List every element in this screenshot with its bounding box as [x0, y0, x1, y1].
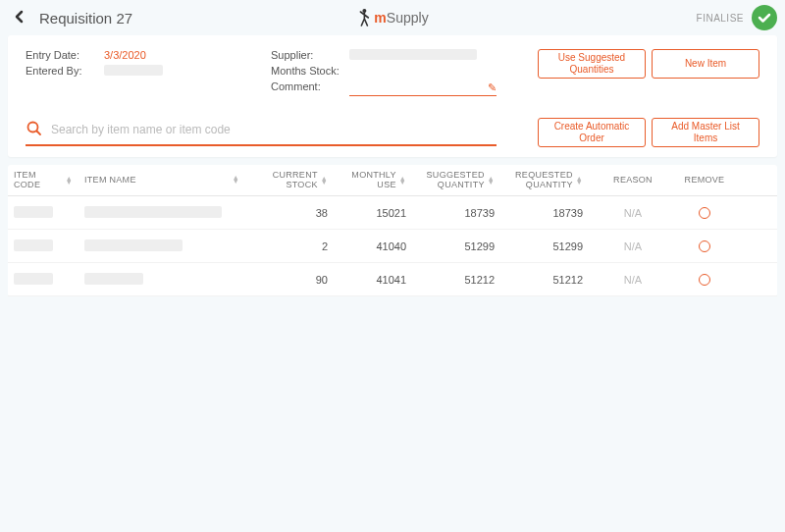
- remove-icon: [699, 240, 710, 252]
- pencil-icon: ✎: [488, 81, 497, 94]
- col-current-stock[interactable]: CURRENT STOCK▲▼: [245, 171, 334, 190]
- col-monthly-use[interactable]: MONTHLY USE▲▼: [334, 171, 412, 190]
- msupply-icon: [356, 8, 372, 27]
- cell-reason: N/A: [589, 207, 677, 219]
- finalise-button[interactable]: [752, 5, 777, 30]
- supplier-label: Supplier:: [271, 49, 349, 61]
- search-icon: [26, 120, 43, 140]
- cell-suggested: 51299: [412, 240, 500, 252]
- col-reason: REASON: [589, 176, 677, 186]
- col-item-name[interactable]: ITEM NAME▲▼: [78, 176, 245, 186]
- cell-requested[interactable]: 18739: [500, 207, 589, 219]
- sort-icon: ▲▼: [399, 177, 406, 185]
- remove-row-button[interactable]: [677, 240, 732, 252]
- add-master-list-button[interactable]: Add Master List Items: [652, 118, 759, 147]
- cell-current-stock: 38: [245, 207, 334, 219]
- cell-reason: N/A: [589, 274, 677, 286]
- cell-current-stock: 90: [245, 274, 334, 286]
- cell-item-name: [78, 206, 245, 220]
- table-row: 2410405129951299N/A: [8, 230, 777, 263]
- cell-current-stock: 2: [245, 240, 334, 252]
- col-suggested-qty[interactable]: SUGGESTED QUANTITY▲▼: [412, 171, 500, 190]
- back-button[interactable]: [8, 4, 31, 32]
- table-row: 90410415121251212N/A: [8, 263, 777, 296]
- sort-icon: ▲▼: [321, 177, 328, 185]
- remove-row-button[interactable]: [677, 274, 732, 286]
- entry-date-value: 3/3/2020: [104, 49, 146, 61]
- remove-icon: [699, 207, 710, 219]
- comment-input[interactable]: ✎: [349, 80, 497, 96]
- cell-requested[interactable]: 51212: [500, 274, 589, 286]
- cell-monthly-use: 41041: [334, 274, 412, 286]
- create-automatic-order-button[interactable]: Create Automatic Order: [538, 118, 646, 147]
- cell-item-name: [78, 273, 245, 287]
- finalise-label: FINALISE: [697, 13, 744, 24]
- col-item-code[interactable]: ITEM CODE▲▼: [8, 171, 78, 190]
- cell-monthly-use: 41040: [334, 240, 412, 252]
- cell-item-code: [8, 273, 78, 287]
- items-table: ITEM CODE▲▼ ITEM NAME▲▼ CURRENT STOCK▲▼ …: [8, 165, 777, 296]
- cell-monthly-use: 15021: [334, 207, 412, 219]
- entry-date-label: Entry Date:: [26, 49, 104, 61]
- months-stock-label: Months Stock:: [271, 65, 349, 77]
- details-panel: Entry Date: 3/3/2020 Entered By: Supplie…: [8, 35, 777, 157]
- table-row: 38150211873918739N/A: [8, 196, 777, 230]
- cell-reason: N/A: [589, 240, 677, 252]
- use-suggested-button[interactable]: Use Suggested Quantities: [538, 49, 646, 79]
- new-item-button[interactable]: New Item: [652, 49, 759, 79]
- cell-item-name: [78, 239, 245, 253]
- cell-suggested: 51212: [412, 274, 500, 286]
- comment-label: Comment:: [271, 80, 349, 96]
- sort-icon: ▲▼: [233, 176, 239, 184]
- sort-icon: ▲▼: [66, 177, 73, 185]
- svg-line-2: [37, 131, 41, 134]
- cell-requested[interactable]: 51299: [500, 240, 589, 252]
- brand-logo: mSupply: [356, 8, 428, 27]
- col-remove: REMOVE: [677, 176, 732, 186]
- check-icon: [757, 10, 772, 26]
- cell-item-code: [8, 206, 78, 220]
- entered-by-value: [104, 65, 163, 76]
- remove-row-button[interactable]: [677, 207, 732, 219]
- cell-suggested: 18739: [412, 207, 500, 219]
- entered-by-label: Entered By:: [26, 65, 104, 77]
- remove-icon: [699, 274, 710, 286]
- col-requested-qty[interactable]: REQUESTED QUANTITY▲▼: [500, 171, 589, 190]
- sort-icon: ▲▼: [488, 177, 495, 185]
- cell-item-code: [8, 239, 78, 253]
- supplier-value: [349, 49, 477, 60]
- page-title: Requisition 27: [39, 10, 132, 27]
- sort-icon: ▲▼: [576, 177, 583, 185]
- search-input[interactable]: [51, 123, 497, 136]
